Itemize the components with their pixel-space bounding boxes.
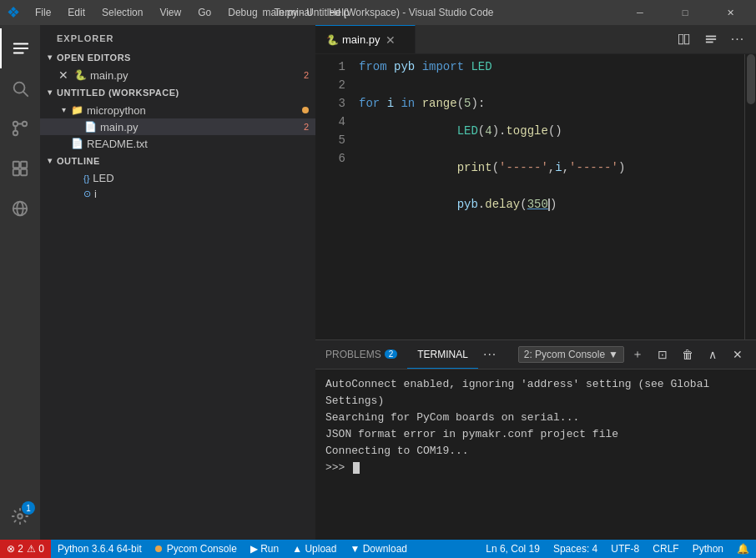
folder-modified-dot bbox=[302, 107, 309, 113]
file-readme[interactable]: 📄 README.txt bbox=[40, 135, 315, 152]
maximize-panel-button[interactable]: ∧ bbox=[701, 343, 724, 366]
status-language[interactable]: Python bbox=[686, 540, 730, 558]
close-button[interactable]: ✕ bbox=[711, 0, 749, 25]
editor-area: 🐍 main.py ✕ ··· bbox=[315, 25, 756, 540]
tab-problems[interactable]: PROBLEMS 2 bbox=[315, 340, 407, 369]
terminal-panel: PROBLEMS 2 TERMINAL ··· 2: Pycom Console… bbox=[315, 339, 756, 540]
folder-chevron bbox=[57, 103, 70, 117]
editor-more-actions[interactable]: ··· bbox=[726, 28, 749, 51]
sidebar: Explorer Open Editors ✕ 🐍 main.py 2 Unti… bbox=[40, 25, 315, 540]
status-upload[interactable]: ▲ Upload bbox=[285, 540, 343, 558]
menu-debug[interactable]: Debug bbox=[221, 5, 264, 20]
warning-count: ⚠ 0 bbox=[27, 543, 44, 555]
editor-scrollbar[interactable] bbox=[744, 54, 756, 339]
main-py-name: main.py bbox=[100, 121, 139, 133]
folder-micropython[interactable]: 📁 micropython bbox=[40, 102, 315, 118]
menu-view[interactable]: View bbox=[153, 5, 188, 20]
term-msg-3: JSON format error in pymakr.conf project… bbox=[325, 426, 746, 443]
outline-i-icon: ⊙ bbox=[83, 189, 91, 199]
terminal-content[interactable]: AutoConnect enabled, ignoring 'address' … bbox=[315, 369, 756, 540]
status-run[interactable]: ▶ Run bbox=[244, 540, 285, 558]
tab-main-py[interactable]: 🐍 main.py ✕ bbox=[315, 25, 416, 53]
terminal-label: TERMINAL bbox=[417, 349, 468, 360]
status-bar: ⊗ 2 ⚠ 0 Python 3.6.4 64-bit Pycom Consol… bbox=[0, 540, 756, 558]
minimize-button[interactable]: ─ bbox=[621, 0, 659, 25]
close-file-icon[interactable]: ✕ bbox=[57, 68, 70, 82]
code-line-3: for i in range(5): bbox=[359, 94, 738, 113]
open-file-name: main.py bbox=[90, 69, 129, 82]
workspace-section[interactable]: Untitled (Workspace) bbox=[40, 83, 315, 102]
split-editor-button[interactable] bbox=[673, 28, 696, 51]
status-pycom[interactable]: Pycom Console bbox=[149, 540, 244, 558]
code-line-4: LED(4).toggle() bbox=[359, 113, 738, 149]
code-line-2 bbox=[359, 76, 738, 94]
outline-chevron bbox=[43, 154, 57, 168]
vscode-logo: ❖ bbox=[7, 3, 20, 22]
code-editor[interactable]: 1 2 3 4 5 6 from pyb import LED for i in… bbox=[315, 54, 756, 339]
tab-py-icon: 🐍 bbox=[325, 33, 339, 47]
tab-terminal[interactable]: TERMINAL bbox=[407, 340, 478, 369]
pycom-dot bbox=[155, 545, 162, 552]
code-line-5: print('-----',i,'-----') bbox=[359, 149, 738, 186]
svg-point-12 bbox=[18, 514, 23, 519]
pycom-label: Pycom Console bbox=[167, 543, 237, 555]
status-encoding[interactable]: UTF-8 bbox=[604, 540, 646, 558]
activity-remote[interactable] bbox=[0, 189, 40, 229]
main-container: 1 Explorer Open Editors ✕ 🐍 main.py 2 Un… bbox=[0, 25, 756, 540]
activity-git[interactable] bbox=[0, 108, 40, 148]
python-version: Python 3.6.4 64-bit bbox=[58, 543, 142, 555]
status-errors[interactable]: ⊗ 2 ⚠ 0 bbox=[0, 540, 51, 558]
tab-close-button[interactable]: ✕ bbox=[386, 33, 396, 47]
more-tab-actions[interactable] bbox=[699, 28, 723, 51]
outline-section[interactable]: Outline bbox=[40, 152, 315, 170]
close-panel-button[interactable]: ✕ bbox=[726, 343, 749, 366]
titlebar-controls: ─ □ ✕ bbox=[621, 0, 749, 25]
activity-explorer[interactable] bbox=[0, 28, 40, 68]
terminal-tabs: PROBLEMS 2 TERMINAL ··· 2: Pycom Console… bbox=[315, 340, 756, 369]
status-eol[interactable]: CRLF bbox=[646, 540, 685, 558]
add-terminal-button[interactable]: ＋ bbox=[626, 343, 649, 366]
menu-file[interactable]: File bbox=[28, 5, 58, 20]
menu-selection[interactable]: Selection bbox=[95, 5, 149, 20]
kill-terminal-button[interactable]: 🗑 bbox=[676, 343, 699, 366]
scrollbar-thumb[interactable] bbox=[747, 54, 755, 104]
status-spaces[interactable]: Spaces: 4 bbox=[547, 540, 604, 558]
console-dropdown-arrow: ▼ bbox=[608, 349, 618, 360]
svg-rect-8 bbox=[21, 169, 27, 175]
menu-go[interactable]: Go bbox=[191, 5, 218, 20]
svg-rect-15 bbox=[706, 42, 713, 43]
readme-icon: 📄 bbox=[70, 137, 83, 150]
code-content[interactable]: from pyb import LED for i in range(5): L… bbox=[352, 54, 744, 339]
maximize-button[interactable]: □ bbox=[666, 0, 704, 25]
activity-search[interactable] bbox=[0, 68, 40, 108]
console-dropdown[interactable]: 2: Pycom Console ▼ bbox=[518, 346, 624, 363]
status-left: ⊗ 2 ⚠ 0 Python 3.6.4 64-bit Pycom Consol… bbox=[0, 540, 414, 558]
outline-i[interactable]: ⊙ i bbox=[40, 186, 315, 202]
terminal-more-menu[interactable]: ··· bbox=[478, 347, 501, 362]
split-terminal-button[interactable]: ⊡ bbox=[651, 343, 674, 366]
menu-edit[interactable]: Edit bbox=[61, 5, 92, 20]
feedback-icon: 🔔 bbox=[737, 543, 749, 555]
activity-settings[interactable]: 1 bbox=[0, 496, 40, 536]
status-python[interactable]: Python 3.6.4 64-bit bbox=[51, 540, 149, 558]
status-download[interactable]: ▼ Download bbox=[343, 540, 414, 558]
svg-rect-7 bbox=[13, 169, 19, 175]
svg-rect-6 bbox=[21, 162, 27, 168]
outline-led[interactable]: {} LED bbox=[40, 170, 315, 186]
settings-badge: 1 bbox=[22, 501, 35, 515]
titlebar-title: main.py - Untitled (Workspace) - Visual … bbox=[262, 7, 493, 18]
status-position[interactable]: Ln 6, Col 19 bbox=[479, 540, 547, 558]
open-editors-section[interactable]: Open Editors bbox=[40, 48, 315, 67]
position-text: Ln 6, Col 19 bbox=[486, 543, 540, 555]
open-file-main-py[interactable]: ✕ 🐍 main.py 2 bbox=[40, 67, 315, 83]
status-feedback[interactable]: 🔔 bbox=[730, 540, 756, 558]
workspace-label: Untitled (Workspace) bbox=[57, 88, 179, 98]
term-msg-2: Searching for PyCom boards on serial... bbox=[325, 410, 746, 426]
activity-extensions[interactable] bbox=[0, 148, 40, 189]
folder-name: micropython bbox=[87, 104, 146, 117]
workspace-chevron bbox=[43, 86, 57, 99]
error-count: ⊗ 2 bbox=[7, 543, 23, 555]
svg-rect-5 bbox=[13, 162, 19, 168]
file-main-py[interactable]: 📄 main.py 2 bbox=[40, 118, 315, 135]
svg-point-4 bbox=[23, 122, 28, 127]
